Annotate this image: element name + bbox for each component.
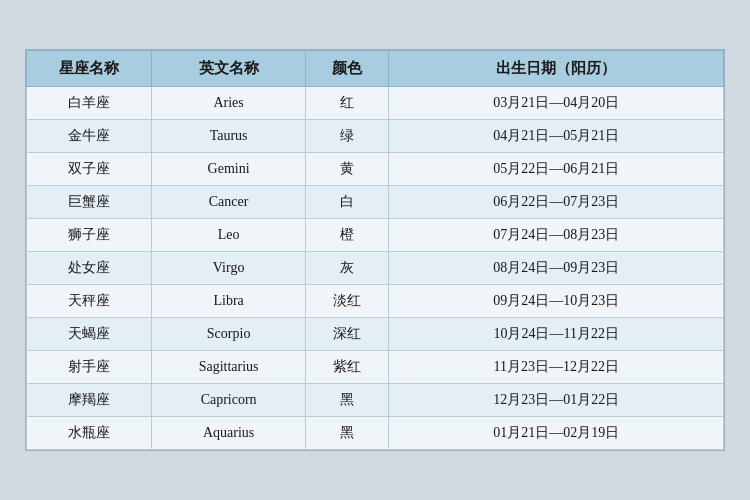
cell-en: Libra: [152, 285, 305, 318]
cell-zh: 摩羯座: [27, 384, 152, 417]
cell-color: 黄: [305, 153, 389, 186]
cell-en: Cancer: [152, 186, 305, 219]
cell-en: Sagittarius: [152, 351, 305, 384]
cell-date: 11月23日—12月22日: [389, 351, 724, 384]
cell-color: 白: [305, 186, 389, 219]
cell-color: 紫红: [305, 351, 389, 384]
cell-zh: 白羊座: [27, 87, 152, 120]
cell-en: Virgo: [152, 252, 305, 285]
header-en: 英文名称: [152, 51, 305, 87]
cell-en: Taurus: [152, 120, 305, 153]
cell-date: 03月21日—04月20日: [389, 87, 724, 120]
cell-color: 淡红: [305, 285, 389, 318]
cell-en: Capricorn: [152, 384, 305, 417]
cell-date: 07月24日—08月23日: [389, 219, 724, 252]
cell-en: Aries: [152, 87, 305, 120]
cell-date: 05月22日—06月21日: [389, 153, 724, 186]
zodiac-table-container: 星座名称 英文名称 颜色 出生日期（阳历） 白羊座Aries红03月21日—04…: [25, 49, 725, 451]
cell-date: 09月24日—10月23日: [389, 285, 724, 318]
cell-color: 绿: [305, 120, 389, 153]
cell-date: 12月23日—01月22日: [389, 384, 724, 417]
zodiac-table: 星座名称 英文名称 颜色 出生日期（阳历） 白羊座Aries红03月21日—04…: [26, 50, 724, 450]
header-date: 出生日期（阳历）: [389, 51, 724, 87]
header-color: 颜色: [305, 51, 389, 87]
table-row: 水瓶座Aquarius黑01月21日—02月19日: [27, 417, 724, 450]
cell-color: 橙: [305, 219, 389, 252]
table-row: 白羊座Aries红03月21日—04月20日: [27, 87, 724, 120]
cell-zh: 处女座: [27, 252, 152, 285]
table-row: 天蝎座Scorpio深红10月24日—11月22日: [27, 318, 724, 351]
cell-date: 01月21日—02月19日: [389, 417, 724, 450]
cell-en: Scorpio: [152, 318, 305, 351]
table-body: 白羊座Aries红03月21日—04月20日金牛座Taurus绿04月21日—0…: [27, 87, 724, 450]
table-row: 狮子座Leo橙07月24日—08月23日: [27, 219, 724, 252]
cell-en: Gemini: [152, 153, 305, 186]
table-row: 天秤座Libra淡红09月24日—10月23日: [27, 285, 724, 318]
cell-color: 黑: [305, 384, 389, 417]
cell-date: 04月21日—05月21日: [389, 120, 724, 153]
cell-zh: 射手座: [27, 351, 152, 384]
table-row: 巨蟹座Cancer白06月22日—07月23日: [27, 186, 724, 219]
cell-zh: 水瓶座: [27, 417, 152, 450]
cell-zh: 双子座: [27, 153, 152, 186]
cell-en: Leo: [152, 219, 305, 252]
cell-zh: 天蝎座: [27, 318, 152, 351]
table-header-row: 星座名称 英文名称 颜色 出生日期（阳历）: [27, 51, 724, 87]
cell-color: 深红: [305, 318, 389, 351]
cell-date: 10月24日—11月22日: [389, 318, 724, 351]
cell-zh: 天秤座: [27, 285, 152, 318]
cell-date: 06月22日—07月23日: [389, 186, 724, 219]
cell-color: 红: [305, 87, 389, 120]
table-row: 双子座Gemini黄05月22日—06月21日: [27, 153, 724, 186]
cell-color: 黑: [305, 417, 389, 450]
header-zh: 星座名称: [27, 51, 152, 87]
cell-zh: 狮子座: [27, 219, 152, 252]
cell-color: 灰: [305, 252, 389, 285]
table-row: 处女座Virgo灰08月24日—09月23日: [27, 252, 724, 285]
table-row: 摩羯座Capricorn黑12月23日—01月22日: [27, 384, 724, 417]
cell-date: 08月24日—09月23日: [389, 252, 724, 285]
table-row: 射手座Sagittarius紫红11月23日—12月22日: [27, 351, 724, 384]
cell-en: Aquarius: [152, 417, 305, 450]
cell-zh: 巨蟹座: [27, 186, 152, 219]
table-row: 金牛座Taurus绿04月21日—05月21日: [27, 120, 724, 153]
cell-zh: 金牛座: [27, 120, 152, 153]
